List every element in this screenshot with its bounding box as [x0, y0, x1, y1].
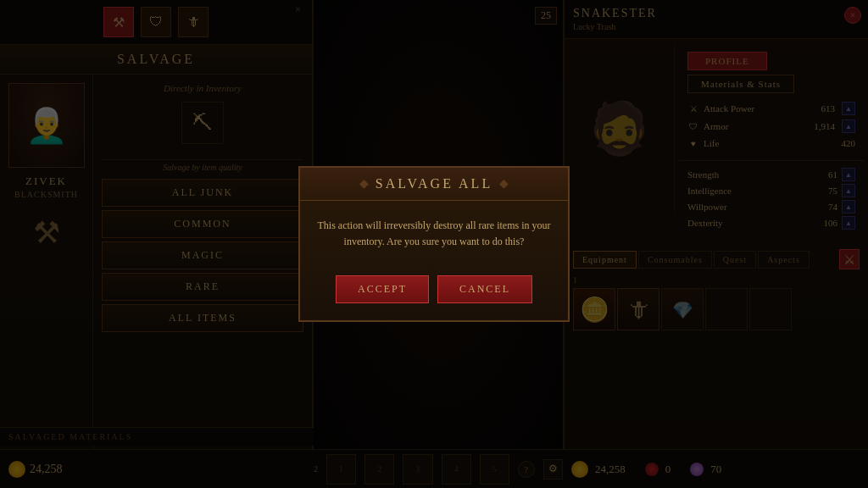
accept-button[interactable]: ACCEPT [336, 275, 429, 303]
dialog-deco-right: ◆ [499, 176, 509, 191]
dialog-buttons: ACCEPT CANCEL [300, 267, 568, 320]
modal-overlay: ◆ SALVAGE ALL ◆ This action will irrever… [0, 0, 868, 488]
salvage-all-dialog: ◆ SALVAGE ALL ◆ This action will irrever… [298, 166, 570, 322]
dialog-deco-left: ◆ [359, 176, 369, 191]
dialog-message: This action will irreversibly destroy al… [317, 218, 551, 250]
dialog-title-bar: ◆ SALVAGE ALL ◆ [300, 168, 568, 201]
dialog-body: This action will irreversibly destroy al… [300, 201, 568, 267]
cancel-button[interactable]: CANCEL [437, 275, 532, 303]
dialog-title: SALVAGE ALL [376, 176, 492, 191]
